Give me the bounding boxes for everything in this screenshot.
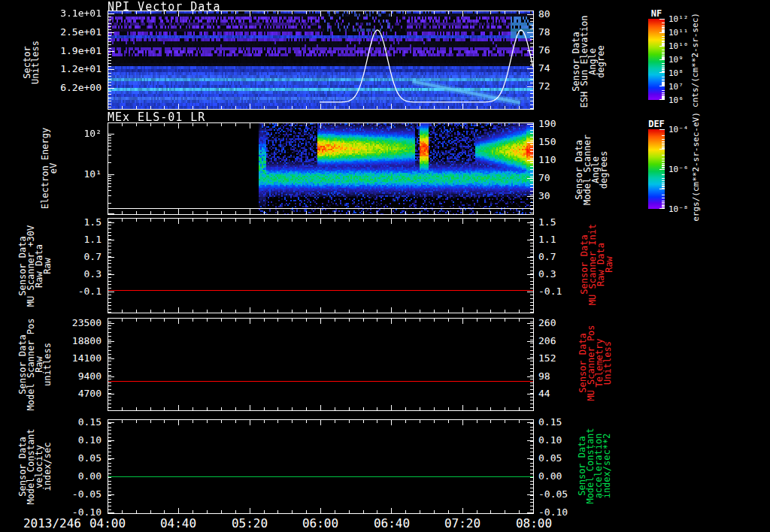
y-tick-label: 1.5 <box>538 216 606 228</box>
colorbar-tick <box>662 85 665 86</box>
colorbar-tick <box>662 90 665 91</box>
mex-els-spectrogram <box>108 122 534 215</box>
colorbar-tick <box>662 26 665 26</box>
colorbar-tick <box>662 139 665 140</box>
colorbar-tick <box>662 38 665 39</box>
colorbar-tick-label: 10⁻⁸ <box>668 204 689 214</box>
colorbar-tick <box>659 208 665 209</box>
colorbar-tick-label: 10¹² <box>668 14 689 24</box>
colorbar-tick-label: 10⁸ <box>668 68 684 78</box>
colorbar-tick <box>662 188 665 189</box>
colorbar-tick <box>662 92 665 93</box>
colorbar-tick <box>659 149 665 150</box>
colorbar-tick <box>662 165 665 166</box>
y-tick-label: 44 <box>538 388 606 400</box>
colorbar-tick <box>662 186 665 187</box>
colorbar-tick <box>662 80 665 81</box>
y-tick-label: 2.5e+01 <box>34 26 102 38</box>
colorbar-tick <box>662 174 665 175</box>
colorbar-tick <box>662 163 665 164</box>
colorbar-tick <box>662 98 665 99</box>
y-tick-label: -0.1 <box>34 286 102 298</box>
y-tick-label: 23500 <box>34 317 102 329</box>
y-tick-label: 1.5 <box>34 216 102 228</box>
colorbar-tick <box>659 86 665 86</box>
y-tick-label: 0.10 <box>538 434 606 446</box>
colorbar-tick <box>659 169 665 170</box>
y-tick-label: 0.3 <box>538 268 606 280</box>
colorbar-tick <box>662 50 665 50</box>
x-tick-label: 05:20 <box>223 516 276 530</box>
y-tick-label: 78 <box>538 26 606 38</box>
colorbar-tick <box>662 141 665 142</box>
model-constant-velocity-plot <box>108 419 534 514</box>
colorbar-tick <box>662 36 665 37</box>
colorbar-tick <box>662 55 665 56</box>
y-tick-label: 1.1 <box>34 234 102 246</box>
colorbar-tick <box>662 168 665 168</box>
colorbar-tick <box>662 206 665 207</box>
colorbar-tick <box>662 94 665 95</box>
y-tick-label: 150 <box>538 136 606 148</box>
colorbar-tick-label: 10⁶ <box>668 95 684 105</box>
y-tick-label: 10¹ <box>34 168 102 180</box>
colorbar-tick <box>662 23 665 23</box>
colorbar-tick <box>662 32 665 32</box>
npi-vector-data-spectrogram <box>108 11 534 110</box>
colorbar-tick <box>662 52 665 53</box>
y-tick-label: 1.9e+01 <box>34 45 102 57</box>
colorbar-tick-label: 10⁻⁶ <box>668 165 689 174</box>
colorbar-tick <box>662 146 665 147</box>
y-tick-label: 3.1e+01 <box>34 8 102 20</box>
science-plot-figure: NPI Vector Data MEx ELS-01 LR Sector Uni… <box>0 0 770 532</box>
colorbar-tick <box>662 65 665 66</box>
colorbar-tick <box>662 183 665 183</box>
y-tick-label: 6.2e+00 <box>34 82 102 94</box>
panel2-title: MEx ELS-01 LR <box>108 110 205 124</box>
colorbar-tick-label: 10⁷ <box>668 82 684 92</box>
colorbar-tick <box>662 148 665 149</box>
colorbar-tick <box>662 178 665 179</box>
y-tick-label: 76 <box>538 44 606 56</box>
y-tick-label: 0.00 <box>34 470 102 482</box>
y-tick-label: 0.05 <box>34 452 102 464</box>
colorbar-tick <box>659 59 665 60</box>
y-tick-label: 190 <box>538 118 606 130</box>
y-tick-label: 1.2e+01 <box>34 63 102 75</box>
y-tick-label: 0.15 <box>538 416 606 428</box>
y-tick-label: 152 <box>538 352 606 364</box>
colorbar-tick <box>662 195 665 195</box>
y-tick-label: 80 <box>538 8 606 20</box>
model-scanner-pos-plot <box>108 318 534 411</box>
colorbar-tick <box>662 207 665 208</box>
y-tick-label: -0.1 <box>538 286 606 298</box>
y-tick-label: 72 <box>538 80 606 92</box>
colorbar-tick <box>662 202 665 203</box>
colorbar-tick <box>662 159 665 159</box>
colorbar-tick <box>662 67 665 68</box>
y-tick-label: 14100 <box>34 352 102 364</box>
colorbar-tick <box>662 72 665 73</box>
y-tick-label: -0.10 <box>538 506 606 518</box>
colorbar-tick <box>662 184 665 185</box>
colorbar-tick <box>662 53 665 54</box>
colorbar-tick <box>662 204 665 204</box>
x-tick-label: 07:20 <box>436 516 489 530</box>
y-tick-label: 18800 <box>34 335 102 347</box>
def-colorbar <box>648 129 665 209</box>
x-tick-label: 04:40 <box>152 516 205 530</box>
y-tick-label: 9400 <box>34 370 102 382</box>
y-tick-label: 4700 <box>34 388 102 400</box>
nf-colorbar-units: cnts/(cm**2-sr-sec) <box>691 13 699 107</box>
y-tick-label: 0.05 <box>538 452 606 464</box>
colorbar-tick <box>662 69 665 70</box>
colorbar-tick <box>662 45 665 46</box>
nf-colorbar <box>648 19 665 100</box>
colorbar-tick <box>662 79 665 80</box>
mu-scanner-30v-plot <box>108 218 534 313</box>
def-colorbar-title: DEF <box>645 119 668 129</box>
y-tick-label: 110 <box>538 154 606 166</box>
colorbar-tick <box>662 77 665 77</box>
colorbar-tick <box>659 99 665 100</box>
colorbar-tick <box>662 28 665 29</box>
